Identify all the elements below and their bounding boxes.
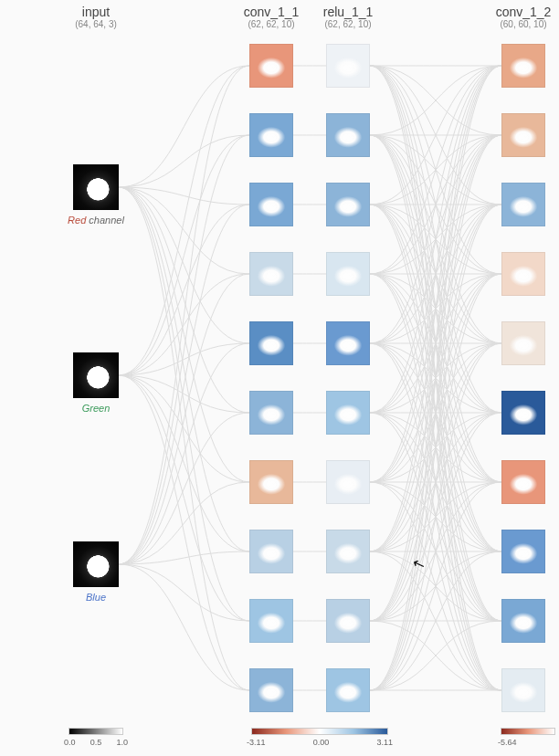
conv_1_2-tile-4[interactable] xyxy=(501,321,545,365)
input-channel-label-green: Green xyxy=(59,403,132,414)
input-channel-label-red: Red channel xyxy=(59,215,132,226)
layer-name: relu_1_1 xyxy=(307,5,389,19)
relu_1_1-tile-7[interactable] xyxy=(326,530,370,573)
relu_1_1-tile-5[interactable] xyxy=(326,391,370,435)
conv_1_1-tile-8[interactable] xyxy=(249,599,293,643)
legend-grayscale: 0.00.51.0 xyxy=(64,728,128,747)
conv_1_2-tile-8[interactable] xyxy=(501,599,545,643)
conv_1_2-tile-7[interactable] xyxy=(501,530,545,573)
input-tile-2[interactable] xyxy=(73,541,119,587)
conv_1_2-tile-9[interactable] xyxy=(501,668,545,712)
layer-name: conv_1_2 xyxy=(482,5,559,19)
relu_1_1-tile-0[interactable] xyxy=(326,44,370,88)
conv_1_2-tile-0[interactable] xyxy=(501,44,545,88)
legend-red-bar xyxy=(501,728,555,735)
conv_1_1-tile-1[interactable] xyxy=(249,113,293,157)
relu_1_1-tile-1[interactable] xyxy=(326,113,370,157)
conv_1_2-tile-5[interactable] xyxy=(501,391,545,435)
layer-shape: (64, 64, 3) xyxy=(55,19,137,29)
layer-name: input xyxy=(55,5,137,19)
layer-shape: (62, 62, 10) xyxy=(307,19,389,29)
layer-name: conv_1_1 xyxy=(230,5,312,19)
relu_1_1-tile-6[interactable] xyxy=(326,460,370,504)
column-header-relu_1_1: relu_1_1(62, 62, 10) xyxy=(307,5,389,29)
column-header-input: input(64, 64, 3) xyxy=(55,5,137,29)
conv_1_1-tile-2[interactable] xyxy=(249,183,293,226)
conv_1_2-tile-1[interactable] xyxy=(501,113,545,157)
conv_1_2-tile-3[interactable] xyxy=(501,252,545,296)
relu_1_1-tile-9[interactable] xyxy=(326,668,370,712)
relu_1_1-tile-8[interactable] xyxy=(326,599,370,643)
legend-diverge-bar xyxy=(251,728,388,735)
legend-red: -5.64 xyxy=(498,728,557,747)
legend-gray-bar xyxy=(69,728,123,735)
relu_1_1-tile-4[interactable] xyxy=(326,321,370,365)
conv_1_2-tile-2[interactable] xyxy=(501,183,545,226)
conv_1_1-tile-3[interactable] xyxy=(249,252,293,296)
column-header-conv_1_1: conv_1_1(62, 62, 10) xyxy=(230,5,312,29)
conv_1_1-tile-4[interactable] xyxy=(249,321,293,365)
conv_1_1-tile-0[interactable] xyxy=(249,44,293,88)
layer-shape: (62, 62, 10) xyxy=(230,19,312,29)
layer-shape: (60, 60, 10) xyxy=(482,19,559,29)
relu_1_1-tile-3[interactable] xyxy=(326,252,370,296)
conv_1_1-tile-7[interactable] xyxy=(249,530,293,573)
conv_1_1-tile-9[interactable] xyxy=(249,668,293,712)
conv_1_1-tile-6[interactable] xyxy=(249,460,293,504)
input-tile-1[interactable] xyxy=(73,352,119,398)
column-header-conv_1_2: conv_1_2(60, 60, 10) xyxy=(482,5,559,29)
legend-diverging: -3.110.003.11 xyxy=(247,728,393,747)
conv_1_1-tile-5[interactable] xyxy=(249,391,293,435)
conv_1_2-tile-6[interactable] xyxy=(501,460,545,504)
input-tile-0[interactable] xyxy=(73,164,119,210)
relu_1_1-tile-2[interactable] xyxy=(326,183,370,226)
input-channel-label-blue: Blue xyxy=(59,592,132,603)
